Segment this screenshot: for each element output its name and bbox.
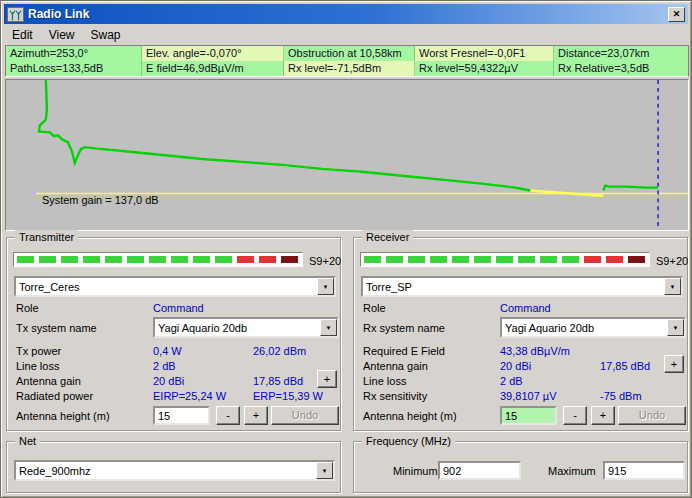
rx-height-increase-button[interactable]: +	[591, 406, 615, 425]
rx-level-dbm-cell: Rx level=-71,5dBm	[284, 61, 415, 76]
rx-system-select[interactable]: Yagi Aquario 20db ▼	[500, 317, 686, 338]
net-panel: Net Rede_900mhz ▼	[6, 441, 341, 493]
chevron-down-icon[interactable]: ▼	[317, 278, 334, 295]
meter-segment	[430, 256, 447, 263]
rx-role-value: Command	[500, 302, 551, 314]
rx-antenna-height-label: Antenna height (m)	[363, 410, 457, 422]
transmitter-panel: Transmitter S9+20 Torre_Ceres ▼ Role Com…	[6, 237, 341, 431]
rx-antenna-pattern-button[interactable]: +	[664, 355, 684, 373]
tx-antenna-height-input[interactable]	[153, 406, 210, 425]
meter-segment	[562, 256, 579, 263]
rx-required-e-field-value: 43,38 dBµV/m	[500, 345, 570, 357]
tx-antenna-gain-dbd: 17,85 dBd	[253, 375, 303, 387]
rx-sensitivity-label: Rx sensitivity	[363, 390, 427, 402]
menu-item-swap[interactable]: Swap	[82, 27, 128, 43]
rx-level-uv-cell: Rx level=59,4322µV	[415, 61, 554, 76]
pathloss-cell: PathLoss=133,5dB	[6, 61, 142, 76]
tx-power-dbm: 26,02 dBm	[253, 345, 306, 357]
meter-segment	[540, 256, 557, 263]
tx-antenna-gain-label: Antenna gain	[16, 375, 81, 387]
antenna-icon	[7, 7, 24, 22]
rx-system-value: Yagi Aquario 20db	[502, 322, 667, 334]
net-value: Rede_900mhz	[16, 465, 316, 477]
meter-segment	[606, 256, 623, 263]
obstruction-cell: Obstruction at 10,58km	[284, 46, 415, 61]
frequency-max-input[interactable]	[603, 461, 685, 480]
rx-signal-meter	[360, 252, 650, 267]
tx-s-meter-label: S9+20	[309, 255, 341, 267]
chevron-down-icon[interactable]: ▼	[667, 319, 684, 336]
rx-antenna-gain-dbd: 17,85 dBd	[600, 360, 650, 372]
rx-sensitivity-dbm: -75 dBm	[600, 390, 642, 402]
meter-segment	[386, 256, 403, 263]
info-row-2: PathLoss=133,5dB E field=46,9dBµV/m Rx l…	[6, 61, 688, 76]
chevron-down-icon[interactable]: ▼	[320, 319, 337, 336]
menu-bar: Edit View Swap	[4, 25, 688, 44]
tx-height-decrease-button[interactable]: -	[216, 406, 240, 425]
meter-segment	[237, 256, 254, 263]
rx-system-name-label: Rx system name	[363, 322, 445, 334]
frequency-panel-title: Frequency (MHz)	[362, 434, 455, 448]
tx-system-name-label: Tx system name	[16, 322, 97, 334]
rx-sensitivity-uv: 39,8107 µV	[500, 390, 557, 402]
rx-s-meter-label: S9+20	[656, 255, 688, 267]
title-bar[interactable]: Radio Link ✕	[4, 4, 688, 24]
meter-segment	[149, 256, 166, 263]
tx-undo-button[interactable]: Undo	[271, 406, 339, 425]
meter-segment	[193, 256, 210, 263]
meter-segment	[518, 256, 535, 263]
tx-power-watts: 0,4 W	[153, 345, 182, 357]
worst-fresnel-cell: Worst Fresnel=-0,0F1	[415, 46, 554, 61]
tx-role-label: Role	[16, 302, 39, 314]
tx-height-increase-button[interactable]: +	[244, 406, 268, 425]
rx-unit-value: Torre_SP	[363, 281, 664, 293]
terrain-profile-tail	[603, 186, 658, 191]
menu-item-view[interactable]: View	[41, 27, 83, 43]
meter-segment	[259, 256, 276, 263]
meter-segment	[474, 256, 491, 263]
tx-unit-select[interactable]: Torre_Ceres ▼	[14, 276, 336, 297]
rx-antenna-height-input[interactable]	[500, 406, 557, 425]
rx-role-label: Role	[363, 302, 386, 314]
frequency-min-label: Minimum	[393, 465, 438, 477]
tx-antenna-pattern-button[interactable]: +	[317, 370, 337, 388]
window-title: Radio Link	[28, 7, 668, 21]
tx-radiated-power-label: Radiated power	[16, 390, 93, 402]
rx-line-loss-label: Line loss	[363, 375, 406, 387]
meter-segment	[215, 256, 232, 263]
azimuth-cell: Azimuth=253,0°	[6, 46, 142, 61]
frequency-panel: Frequency (MHz) Minimum Maximum	[353, 441, 688, 493]
elev-angle-cell: Elev. angle=-0,070°	[142, 46, 284, 61]
meter-segment	[452, 256, 469, 263]
tx-antenna-height-label: Antenna height (m)	[16, 410, 110, 422]
meter-segment	[364, 256, 381, 263]
tx-signal-meter	[13, 252, 303, 267]
net-select[interactable]: Rede_900mhz ▼	[14, 460, 335, 481]
frequency-max-label: Maximum	[548, 465, 596, 477]
frequency-min-input[interactable]	[438, 461, 521, 480]
tx-system-value: Yagi Aquario 20db	[155, 322, 320, 334]
chevron-down-icon[interactable]: ▼	[316, 462, 333, 479]
distance-cell: Distance=23,07km	[554, 46, 688, 61]
meter-segment	[39, 256, 56, 263]
rx-height-decrease-button[interactable]: -	[563, 406, 587, 425]
tx-role-value: Command	[153, 302, 204, 314]
tx-line-loss-label: Line loss	[16, 360, 59, 372]
rx-undo-button[interactable]: Undo	[618, 406, 686, 425]
system-gain-label: System gain = 137,0 dB	[42, 194, 159, 206]
transmitter-panel-title: Transmitter	[15, 230, 78, 244]
menu-item-edit[interactable]: Edit	[4, 27, 41, 43]
rx-antenna-gain-label: Antenna gain	[363, 360, 428, 372]
chevron-down-icon[interactable]: ▼	[664, 278, 681, 295]
radio-link-window: Radio Link ✕ Edit View Swap Azimuth=253,…	[0, 0, 692, 498]
rx-relative-cell: Rx Relative=3,5dB	[554, 61, 688, 76]
meter-segment	[127, 256, 144, 263]
rx-line-loss-value: 2 dB	[500, 375, 523, 387]
e-field-cell: E field=46,9dBµV/m	[142, 61, 284, 76]
tx-system-select[interactable]: Yagi Aquario 20db ▼	[153, 317, 339, 338]
rx-required-e-field-label: Required E Field	[363, 345, 445, 357]
tx-power-label: Tx power	[16, 345, 61, 357]
path-profile-chart[interactable]: System gain = 137,0 dB	[5, 79, 689, 231]
close-button[interactable]: ✕	[668, 7, 685, 22]
rx-unit-select[interactable]: Torre_SP ▼	[361, 276, 683, 297]
